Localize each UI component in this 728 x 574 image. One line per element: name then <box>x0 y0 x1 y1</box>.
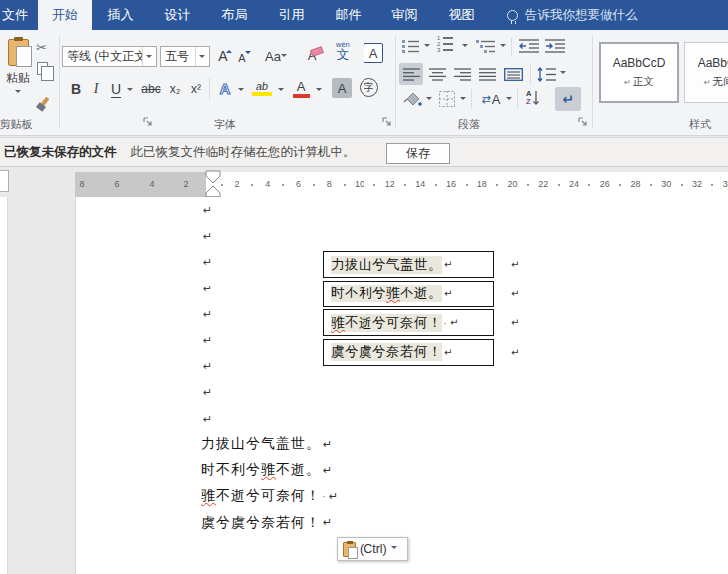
font-dialog-launcher[interactable] <box>382 117 392 127</box>
style-card-正文[interactable]: AaBbCcD↵正文 <box>599 42 679 103</box>
clear-formatting-button[interactable]: A <box>298 44 326 66</box>
text-highlight-button[interactable]: ab <box>250 77 274 99</box>
tab-selector-box[interactable] <box>0 170 9 192</box>
font-size-combo[interactable]: 五号 <box>160 46 210 67</box>
line-spacing-caret[interactable] <box>560 71 566 77</box>
text-line[interactable]: 力拔山兮气盖世。↵ <box>201 431 338 457</box>
text-line[interactable]: 时不利兮骓不逝。↵ <box>201 457 338 483</box>
font-name-combo[interactable]: 等线 (中文正文) <box>62 46 157 67</box>
ruler-number: 8 <box>327 179 332 189</box>
table-row[interactable]: 骓不逝兮可奈何！·↵↵ <box>323 309 494 336</box>
ruler-tick <box>282 184 284 186</box>
bullets-button[interactable] <box>401 38 421 54</box>
space-mark: · <box>322 489 326 503</box>
underline-button[interactable]: U <box>108 79 124 99</box>
text-line[interactable]: 虞兮虞兮奈若何！↵ <box>201 510 338 536</box>
sort-button[interactable]: AZ <box>526 90 540 107</box>
ruler-number: 8 <box>79 179 84 189</box>
character-scaling-button[interactable]: ⇄ A <box>478 89 504 109</box>
paste-options-button[interactable]: (Ctrl) <box>337 537 408 561</box>
style-card-无间隔[interactable]: AaBbCcD↵无间隔 <box>684 42 728 103</box>
tell-me-box[interactable]: 告诉我你想要做什么 <box>507 0 638 30</box>
paste-button[interactable]: 粘贴 <box>2 36 34 114</box>
group-separator <box>59 36 60 128</box>
verse-table[interactable]: 力拔山兮气盖世。↵↵时不利兮骓不逝。↵↵骓不逝兮可奈何！·↵↵虞兮虞兮奈若何！↵… <box>323 251 494 368</box>
bold-button[interactable]: B <box>68 79 84 99</box>
misspelled-word: 骓 <box>386 286 400 300</box>
align-right-button[interactable] <box>451 63 474 85</box>
subscript-glyph: x₂ <box>170 82 181 96</box>
enclose-characters-button[interactable]: 字 <box>360 78 378 97</box>
clipboard-dialog-launcher[interactable] <box>143 117 153 127</box>
text-line[interactable]: 骓不逝兮可奈何！·↵ <box>201 483 338 509</box>
numbering-button[interactable]: 1 2 3 <box>437 36 453 52</box>
table-row[interactable]: 虞兮虞兮奈若何！↵↵ <box>323 339 494 366</box>
shading-caret[interactable] <box>426 97 432 103</box>
ruler-tick <box>711 184 713 186</box>
numbering-caret[interactable] <box>462 44 468 50</box>
font-color-caret[interactable] <box>316 88 322 94</box>
justify-button[interactable] <box>476 63 499 85</box>
italic-button[interactable]: I <box>90 79 102 99</box>
grow-font-button[interactable]: A <box>214 46 232 66</box>
font-group-label: 字体 <box>180 117 270 132</box>
scale-letter-glyph: A <box>492 92 501 107</box>
cell-end-mark: ↵ <box>444 288 452 299</box>
tab-邮件[interactable]: 邮件 <box>320 0 376 30</box>
table-row[interactable]: 力拔山兮气盖世。↵↵ <box>323 251 494 278</box>
table-row[interactable]: 时不利兮骓不逝。↵↵ <box>323 281 494 307</box>
tell-me-label: 告诉我你想要做什么 <box>525 7 638 24</box>
increase-indent-button[interactable] <box>544 38 566 54</box>
borders-button[interactable] <box>437 89 457 109</box>
cut-icon[interactable]: ✂ <box>36 40 47 55</box>
ruler-number: 20 <box>508 179 518 189</box>
multilevel-caret[interactable] <box>500 44 506 50</box>
tab-文件[interactable]: 文件 <box>0 0 38 30</box>
tab-设计[interactable]: 设计 <box>149 0 206 30</box>
document-page[interactable]: ↵↵↵↵↵↵↵↵↵ 力拔山兮气盖世。↵↵时不利兮骓不逝。↵↵骓不逝兮可奈何！·↵… <box>75 197 728 574</box>
font-color-button[interactable]: A <box>290 77 312 99</box>
character-border-button[interactable]: A <box>364 43 383 63</box>
multilevel-list-button[interactable] <box>475 38 497 54</box>
underline-dropdown-caret[interactable] <box>127 88 133 94</box>
change-case-button[interactable]: Aa <box>258 46 288 66</box>
align-left-button[interactable] <box>399 63 423 85</box>
show-hide-marks-button[interactable]: ↵ <box>555 87 581 111</box>
save-button[interactable]: 保存 <box>386 143 450 164</box>
distribute-text-button[interactable] <box>501 63 526 85</box>
tab-开始[interactable]: 开始 <box>38 0 92 30</box>
character-scaling-caret[interactable] <box>506 97 512 103</box>
subscript-button[interactable]: x₂ <box>166 79 184 99</box>
shrink-font-button[interactable]: A <box>234 49 250 66</box>
font-size-dropdown[interactable] <box>195 47 209 66</box>
ruler-number: 32 <box>692 179 702 189</box>
font-name-value: 等线 (中文正文) <box>63 48 142 65</box>
font-name-dropdown[interactable] <box>142 47 156 66</box>
decrease-indent-button[interactable] <box>518 38 540 54</box>
line-spacing-button[interactable] <box>536 63 558 85</box>
paragraph-dialog-launcher[interactable] <box>578 117 588 127</box>
bullets-caret[interactable] <box>424 44 430 50</box>
shading-button[interactable] <box>401 89 423 109</box>
ruler-number: 24 <box>569 179 579 189</box>
align-center-button[interactable] <box>426 63 449 85</box>
horizontal-ruler[interactable]: 8642246810121416182022242628303234 <box>75 172 728 197</box>
phonetic-guide-button[interactable]: wén 文 <box>336 41 350 61</box>
verse-text-block[interactable]: 力拔山兮气盖世。↵时不利兮骓不逝。↵骓不逝兮可奈何！·↵虞兮虞兮奈若何！↵ <box>201 431 338 536</box>
tab-引用[interactable]: 引用 <box>263 0 320 30</box>
superscript-button[interactable]: x² <box>187 79 205 99</box>
tab-审阅[interactable]: 审阅 <box>376 0 433 30</box>
character-shading-button[interactable]: A <box>332 78 352 98</box>
pilcrow-mark: ↵ <box>704 78 711 87</box>
copy-icon[interactable] <box>37 62 48 75</box>
strikethrough-button[interactable]: abc <box>138 79 164 99</box>
text-effects-button[interactable]: A <box>215 77 235 99</box>
tab-插入[interactable]: 插入 <box>92 0 149 30</box>
borders-caret[interactable] <box>460 97 466 103</box>
format-painter-icon[interactable] <box>35 97 51 113</box>
text-effects-caret[interactable] <box>238 88 244 94</box>
vertical-ruler[interactable] <box>0 197 8 574</box>
highlight-caret[interactable] <box>278 88 284 94</box>
tab-布局[interactable]: 布局 <box>206 0 263 30</box>
tab-视图[interactable]: 视图 <box>433 0 490 30</box>
